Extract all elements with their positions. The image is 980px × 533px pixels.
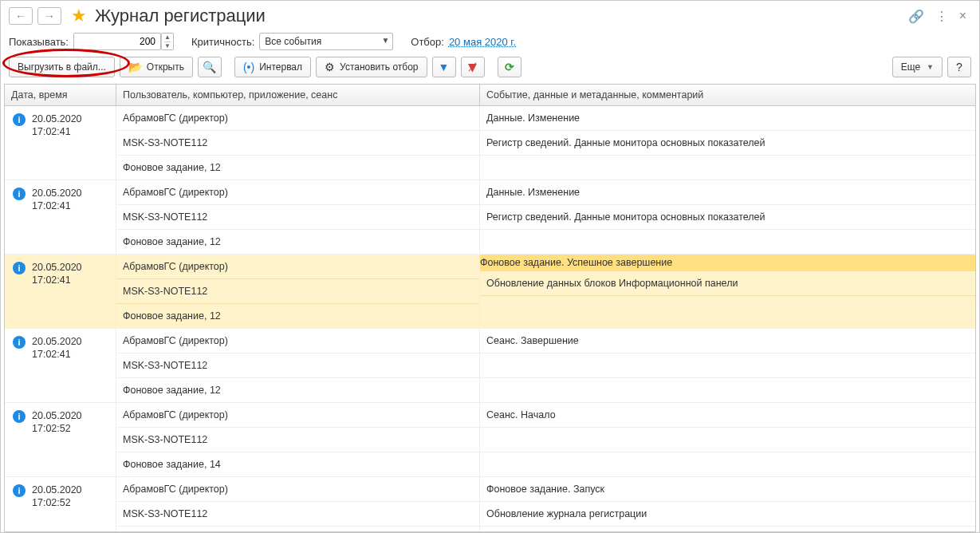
clear-filter-button[interactable]: ▼̸ xyxy=(461,57,485,77)
column-header-event[interactable]: Событие, данные и метаданные, комментари… xyxy=(480,85,975,105)
event-log-grid: Дата, время Пользователь, компьютер, при… xyxy=(4,84,976,532)
nav-forward-button[interactable]: → xyxy=(37,7,61,25)
row-date: 20.05.2020 xyxy=(32,409,82,422)
close-icon[interactable]: × xyxy=(959,9,966,23)
row-comment xyxy=(480,527,975,531)
info-icon: i xyxy=(13,410,26,423)
row-date: 20.05.2020 xyxy=(32,335,82,348)
row-session: Фоновое задание, 14 xyxy=(116,452,479,476)
row-meta xyxy=(480,353,975,378)
export-to-file-button[interactable]: Выгрузить в файл... xyxy=(9,57,115,77)
magnifier-button[interactable]: 🔍 xyxy=(198,57,222,77)
row-time: 17:02:52 xyxy=(32,496,82,509)
chevron-down-icon: ▼ xyxy=(927,63,934,71)
info-icon: i xyxy=(13,484,26,497)
row-user: АбрамовГС (директор) xyxy=(116,106,479,131)
table-row[interactable]: i20.05.202017:02:41АбрамовГС (директор)M… xyxy=(5,329,975,403)
show-count-stepper[interactable]: ▲ ▼ xyxy=(161,33,174,50)
row-host: MSK-S3-NOTE112 xyxy=(116,428,479,452)
show-label: Показывать: xyxy=(9,36,69,48)
filter-settings-icon: ⚙ xyxy=(325,61,335,73)
row-meta: Регистр сведений. Данные монитора основн… xyxy=(480,131,975,156)
column-header-datetime[interactable]: Дата, время xyxy=(5,85,116,105)
funnel-clear-icon: ▼̸ xyxy=(468,61,477,73)
info-icon: i xyxy=(13,262,26,274)
row-date: 20.05.2020 xyxy=(32,187,82,199)
row-meta xyxy=(480,428,975,452)
severity-label: Критичность: xyxy=(191,36,254,48)
row-event: Данные. Изменение xyxy=(480,106,975,131)
grid-header: Дата, время Пользователь, компьютер, при… xyxy=(5,85,975,106)
stepper-up-icon[interactable]: ▲ xyxy=(164,34,171,42)
row-comment xyxy=(480,156,975,180)
row-comment xyxy=(480,452,975,476)
row-session: Фоновое задание, 12 xyxy=(116,304,479,328)
severity-select[interactable]: Все события ▼ xyxy=(259,33,393,50)
selection-label: Отбор: xyxy=(411,36,444,48)
row-session: Фоновое задание, 12 xyxy=(116,156,479,180)
interval-button[interactable]: (•) Интервал xyxy=(234,57,311,77)
open-button[interactable]: 📂 Открыть xyxy=(120,57,193,77)
nav-back-button[interactable]: ← xyxy=(9,7,33,25)
info-icon: i xyxy=(13,188,26,200)
chevron-down-icon: ▼ xyxy=(381,36,389,45)
row-time: 17:02:41 xyxy=(32,199,82,212)
row-host: MSK-S3-NOTE112 xyxy=(116,502,479,527)
filter-funnel-button[interactable]: ▼ xyxy=(432,57,456,77)
row-user: АбрамовГС (директор) xyxy=(116,180,479,205)
set-filter-button[interactable]: ⚙ Установить отбор xyxy=(316,57,427,77)
row-host: MSK-S3-NOTE112 xyxy=(116,353,479,378)
kebab-menu-icon[interactable]: ⋮ xyxy=(935,9,948,24)
page-title: Журнал регистрации xyxy=(95,6,266,26)
table-row[interactable]: i20.05.202017:02:52АбрамовГС (директор)M… xyxy=(5,477,975,531)
info-icon: i xyxy=(13,113,26,126)
show-count-input[interactable] xyxy=(73,33,161,50)
row-date: 20.05.2020 xyxy=(32,261,82,274)
help-button[interactable]: ? xyxy=(947,57,971,77)
row-meta: Обновление журнала регистрации xyxy=(480,502,975,527)
severity-value: Все события xyxy=(265,36,321,47)
row-date: 20.05.2020 xyxy=(32,484,82,496)
help-icon: ? xyxy=(956,61,962,73)
row-time: 17:02:52 xyxy=(32,422,82,435)
grid-body[interactable]: i20.05.202017:02:41АбрамовГС (директор)M… xyxy=(5,106,975,531)
row-meta: Обновление данных блоков Информационной … xyxy=(480,271,975,296)
column-header-user[interactable]: Пользователь, компьютер, приложение, сеа… xyxy=(116,85,480,105)
folder-open-icon: 📂 xyxy=(128,61,142,73)
row-event: Сеанс. Завершение xyxy=(480,329,975,353)
row-time: 17:02:41 xyxy=(32,274,82,286)
row-host: MSK-S3-NOTE112 xyxy=(116,205,479,230)
favorite-star-icon[interactable]: ★ xyxy=(71,7,87,25)
row-session: Фоновое задание, 14 xyxy=(116,527,479,531)
row-session: Фоновое задание, 12 xyxy=(116,378,479,402)
row-event: Фоновое задание. Успешное завершение xyxy=(480,255,975,271)
row-comment xyxy=(480,230,975,254)
table-row[interactable]: i20.05.202017:02:41АбрамовГС (директор)M… xyxy=(5,106,975,180)
table-row[interactable]: i20.05.202017:02:52АбрамовГС (директор)M… xyxy=(5,403,975,477)
funnel-icon: ▼ xyxy=(439,61,450,73)
refresh-icon: ⟳ xyxy=(505,61,514,73)
row-session: Фоновое задание, 12 xyxy=(116,230,479,254)
row-host: MSK-S3-NOTE112 xyxy=(116,131,479,156)
link-icon[interactable]: 🔗 xyxy=(908,9,924,24)
row-time: 17:02:41 xyxy=(32,125,82,138)
selection-date-link[interactable]: 20 мая 2020 г. xyxy=(449,36,516,48)
row-user: АбрамовГС (директор) xyxy=(116,477,479,502)
interval-icon: (•) xyxy=(243,61,254,73)
row-meta: Регистр сведений. Данные монитора основн… xyxy=(480,205,975,230)
row-comment xyxy=(480,296,975,320)
magnifier-icon: 🔍 xyxy=(203,61,216,73)
more-button[interactable]: Еще ▼ xyxy=(892,57,943,77)
row-user: АбрамовГС (директор) xyxy=(116,255,479,279)
row-host: MSK-S3-NOTE112 xyxy=(116,279,479,304)
stepper-down-icon[interactable]: ▼ xyxy=(164,42,171,50)
row-date: 20.05.2020 xyxy=(32,113,82,125)
row-user: АбрамовГС (директор) xyxy=(116,329,479,353)
row-event: Сеанс. Начало xyxy=(480,403,975,428)
row-comment xyxy=(480,378,975,402)
row-event: Данные. Изменение xyxy=(480,180,975,205)
table-row[interactable]: i20.05.202017:02:41АбрамовГС (директор)M… xyxy=(5,180,975,255)
refresh-button[interactable]: ⟳ xyxy=(498,57,521,77)
table-row[interactable]: i20.05.202017:02:41АбрамовГС (директор)M… xyxy=(5,255,975,329)
row-user: АбрамовГС (директор) xyxy=(116,403,479,428)
